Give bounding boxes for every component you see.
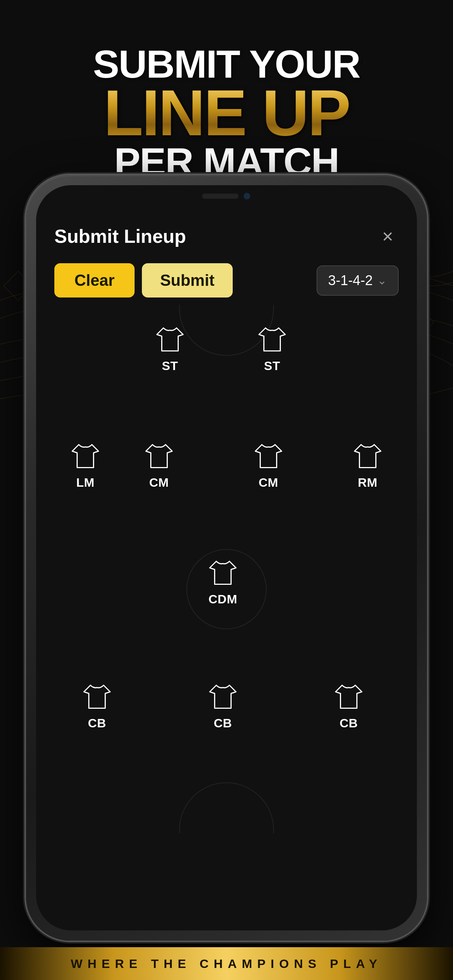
phone-screen: Submit Lineup × Clear Submit 3-1-4-2 ⌄ xyxy=(36,185,417,931)
close-button[interactable]: × xyxy=(377,225,399,247)
modal-header: Submit Lineup × xyxy=(54,225,399,247)
phone-device: Submit Lineup × Clear Submit 3-1-4-2 ⌄ xyxy=(26,175,427,940)
position-st2[interactable]: ST xyxy=(256,323,289,373)
shirt-icon xyxy=(143,440,175,473)
position-label-cb2: CB xyxy=(214,716,232,730)
pitch-area: ST ST LM xyxy=(54,316,399,862)
submit-button[interactable]: Submit xyxy=(142,263,233,298)
position-lm[interactable]: LM xyxy=(69,440,102,490)
position-cm1[interactable]: CM xyxy=(143,440,175,490)
tagline-bar: WHERE THE CHAMPIONS PLAY xyxy=(0,947,453,980)
position-label-cdm: CDM xyxy=(209,592,238,606)
position-label-lm: LM xyxy=(76,476,94,490)
speaker-grille xyxy=(202,194,239,199)
shirt-icon xyxy=(206,556,239,589)
screen-content: Submit Lineup × Clear Submit 3-1-4-2 ⌄ xyxy=(36,211,417,931)
shirt-icon xyxy=(256,323,289,356)
penalty-arc-bottom xyxy=(179,783,274,834)
position-st1[interactable]: ST xyxy=(153,323,187,373)
modal-title: Submit Lineup xyxy=(54,225,186,247)
action-row: Clear Submit 3-1-4-2 ⌄ xyxy=(54,263,399,298)
position-label-st2: ST xyxy=(264,359,280,373)
phone-notch xyxy=(168,185,285,207)
hero-section: SUBMIT YOUR LINE UP PER MATCH xyxy=(0,0,453,204)
position-label-rm: RM xyxy=(358,476,378,490)
formation-dropdown[interactable]: 3-1-4-2 ⌄ xyxy=(317,266,399,296)
shirt-icon xyxy=(153,323,187,356)
front-camera xyxy=(243,192,251,200)
position-cb1[interactable]: CB xyxy=(81,680,113,730)
formation-value: 3-1-4-2 xyxy=(328,273,373,288)
shirt-icon xyxy=(81,680,113,713)
clear-button[interactable]: Clear xyxy=(54,263,135,298)
position-label-cm1: CM xyxy=(149,476,169,490)
position-label-st1: ST xyxy=(162,359,178,373)
position-label-cb1: CB xyxy=(88,716,106,730)
chevron-down-icon: ⌄ xyxy=(377,274,387,287)
hero-line2: LINE UP xyxy=(104,84,349,142)
close-icon: × xyxy=(382,227,393,246)
position-rm[interactable]: RM xyxy=(351,440,384,490)
position-label-cb3: CB xyxy=(340,716,358,730)
position-cm2[interactable]: CM xyxy=(252,440,285,490)
tagline-text: WHERE THE CHAMPIONS PLAY xyxy=(71,957,382,971)
position-label-cm2: CM xyxy=(258,476,278,490)
shirt-icon xyxy=(351,440,384,473)
shirt-icon xyxy=(69,440,102,473)
position-cdm[interactable]: CDM xyxy=(206,556,239,606)
shirt-icon xyxy=(252,440,285,473)
shirt-icon xyxy=(206,680,239,713)
shirt-icon xyxy=(332,680,365,713)
position-cb2[interactable]: CB xyxy=(206,680,239,730)
position-cb3[interactable]: CB xyxy=(332,680,365,730)
